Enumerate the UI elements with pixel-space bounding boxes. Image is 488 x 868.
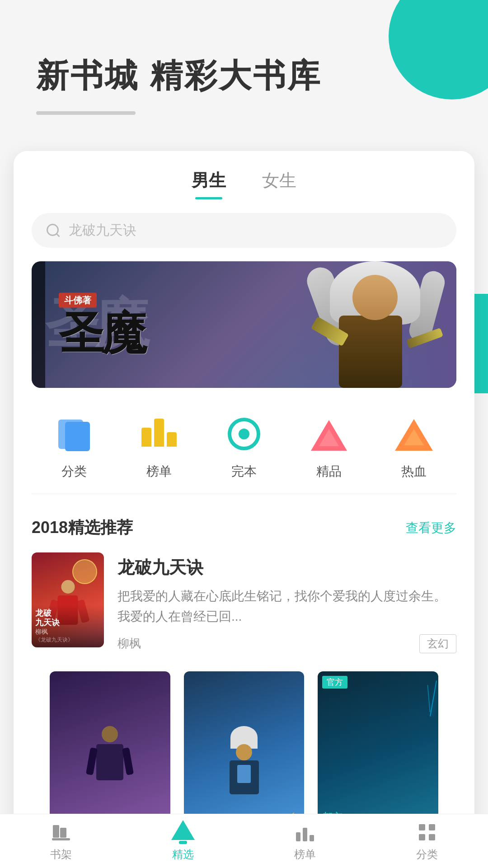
banner-main-text: 斗佛著 圣魔 [59, 293, 145, 357]
main-card: 男生 女生 龙破九天诀 圣魔 斗佛著 圣魔 [14, 151, 474, 868]
hero-figure [303, 261, 447, 388]
search-bar[interactable]: 龙破九天诀 [32, 213, 456, 248]
svg-point-0 [47, 224, 58, 235]
categories-container: 分类 榜单 完本 [14, 388, 474, 489]
search-icon [45, 222, 61, 239]
header-underline [36, 111, 136, 115]
svg-rect-10 [429, 834, 435, 840]
tabs-container: 男生 女生 [14, 151, 474, 199]
section-divider [32, 494, 456, 494]
classify-nav-icon [416, 821, 438, 844]
category-rank[interactable]: 榜单 [136, 410, 182, 480]
quality-icon [306, 410, 352, 456]
svg-rect-2 [60, 828, 66, 838]
cover-overlay: 龙破九天诀 柳枫 《龙破九天诀》 [32, 605, 104, 647]
section-header: 2018精选推荐 查看更多 [32, 517, 456, 539]
app-title: 新书城 精彩大书库 [36, 54, 452, 98]
book-info-1: 龙破九天诀 把我爱的人藏在心底此生铭记，找你个爱我的人度过余生。我爱的人在曾经已… [117, 552, 456, 653]
cover-author-text: 柳枫 [35, 628, 100, 636]
recommended-section: 2018精选推荐 查看更多 龙破九天诀 柳枫 [14, 499, 474, 849]
book-desc-1: 把我爱的人藏在心底此生铭记，找你个爱我的人度过余生。我爱的人在曾经已回... [117, 586, 456, 627]
category-hot-label: 热血 [401, 463, 427, 480]
svg-rect-3 [52, 838, 70, 840]
book-title-1: 龙破九天诀 [117, 556, 456, 579]
nav-item-featured[interactable]: 精选 [122, 821, 244, 862]
book-meta-1: 柳枫 玄幻 [117, 634, 456, 653]
bottom-nav: 书架 精选 榜单 [0, 814, 488, 868]
featured-icon [172, 821, 194, 844]
classify-icon [52, 410, 97, 456]
svg-rect-8 [429, 824, 435, 830]
svg-rect-9 [419, 834, 425, 840]
category-quality[interactable]: 精品 [306, 410, 352, 480]
bookshelf-icon [50, 821, 72, 844]
book-cover-1: 龙破九天诀 柳枫 《龙破九天诀》 [32, 552, 104, 647]
svg-rect-1 [53, 825, 59, 838]
category-complete[interactable]: 完本 [221, 410, 267, 480]
category-hot[interactable]: 热血 [391, 410, 436, 480]
banner-hero [294, 261, 456, 388]
category-quality-label: 精品 [316, 463, 342, 480]
banner-title: 圣魔 [59, 311, 145, 357]
tab-female[interactable]: 女生 [262, 169, 296, 199]
book-tag-1: 玄幻 [419, 634, 456, 653]
cover-title-text: 龙破九天诀 [35, 609, 100, 628]
svg-rect-4 [296, 832, 300, 841]
complete-icon [221, 410, 267, 456]
svg-rect-5 [303, 828, 307, 841]
search-placeholder-text: 龙破九天诀 [69, 221, 136, 240]
banner-badge: 斗佛著 [59, 293, 97, 308]
book-list-item[interactable]: 龙破九天诀 柳枫 《龙破九天诀》 龙破九天诀 把我爱的人藏在心底此生铭记，找你个… [32, 552, 456, 653]
book-author-1: 柳枫 [117, 636, 141, 651]
svg-rect-6 [310, 835, 314, 841]
banner[interactable]: 圣魔 斗佛著 圣魔 [32, 261, 456, 388]
nav-item-rank[interactable]: 榜单 [244, 821, 366, 862]
section-title: 2018精选推荐 [32, 517, 133, 539]
category-rank-label: 榜单 [146, 463, 172, 480]
nav-label-classify: 分类 [416, 847, 438, 862]
rank-icon [136, 410, 182, 456]
category-classify-label: 分类 [61, 463, 87, 480]
category-complete-label: 完本 [231, 463, 257, 480]
banner-author-badge: 斗佛著 [59, 293, 97, 308]
nav-label-featured: 精选 [172, 847, 194, 862]
nav-item-classify[interactable]: 分类 [366, 821, 488, 862]
header-area: 新书城 精彩大书库 [0, 0, 488, 142]
nav-item-bookshelf[interactable]: 书架 [0, 821, 122, 862]
nav-label-rank: 榜单 [294, 847, 316, 862]
hot-icon [391, 410, 436, 456]
nav-label-bookshelf: 书架 [50, 847, 72, 862]
see-more-button[interactable]: 查看更多 [406, 519, 456, 537]
svg-rect-7 [419, 824, 425, 830]
tab-male[interactable]: 男生 [192, 169, 226, 199]
category-classify[interactable]: 分类 [52, 410, 97, 480]
rank-nav-icon [294, 821, 316, 844]
